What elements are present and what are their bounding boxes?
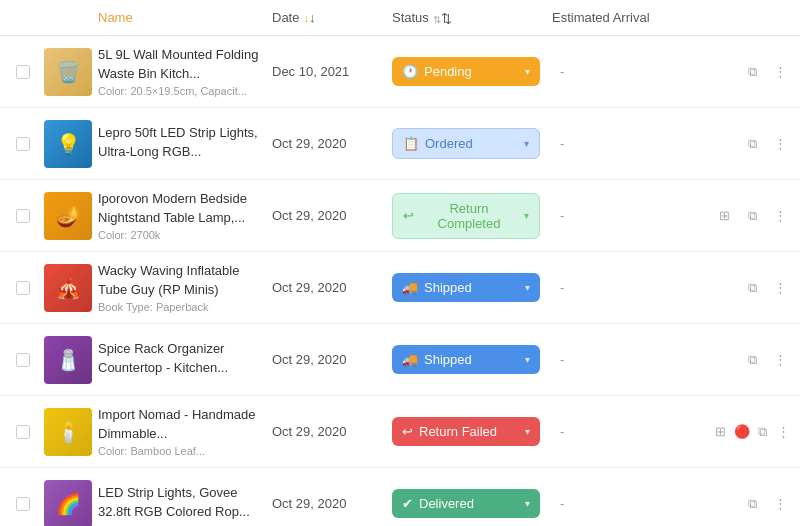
row-checkbox[interactable]	[16, 497, 30, 511]
row-checkbox[interactable]	[16, 209, 30, 223]
table-row: 💡 Lepro 50ft LED Strip Lights, Ultra-Lon…	[0, 108, 800, 180]
status-cell: 🕐 Pending ▾	[392, 57, 552, 86]
row-checkbox-cell	[8, 65, 38, 79]
product-image-cell: 🎪	[38, 264, 98, 312]
product-info: LED Strip Lights, Govee 32.8ft RGB Color…	[98, 484, 272, 522]
copy-icon[interactable]: ⧉	[740, 492, 764, 516]
product-image: 🕯️	[44, 408, 92, 456]
copy-icon[interactable]: ⧉	[740, 276, 764, 300]
product-image: 🗑️	[44, 48, 92, 96]
status-label: Shipped	[424, 352, 472, 367]
status-cell: ↩ Return Failed ▾	[392, 417, 552, 446]
product-image-icon: 🕯️	[56, 420, 81, 444]
product-info: Iporovon Modern Bedside Nightstand Table…	[98, 190, 272, 240]
order-date: Oct 29, 2020	[272, 424, 392, 439]
name-col-label: Name	[98, 10, 133, 25]
header-arrival-col: Estimated Arrival	[552, 10, 712, 25]
status-icon: 🚚	[402, 352, 418, 367]
expand-icon[interactable]: ⊞	[712, 420, 729, 444]
row-checkbox[interactable]	[16, 425, 30, 439]
more-options-icon[interactable]: ⋮	[768, 60, 792, 84]
order-date: Dec 10, 2021	[272, 64, 392, 79]
status-cell: ✔ Delivered ▾	[392, 489, 552, 518]
more-options-icon[interactable]: ⋮	[768, 348, 792, 372]
order-date: Oct 29, 2020	[272, 496, 392, 511]
copy-icon[interactable]: ⧉	[740, 60, 764, 84]
product-image: 🎪	[44, 264, 92, 312]
product-name: LED Strip Lights, Govee 32.8ft RGB Color…	[98, 484, 264, 520]
actions-cell: ⧉ ⋮	[712, 276, 792, 300]
product-image: 🪔	[44, 192, 92, 240]
header-name-col: Name	[98, 10, 272, 25]
copy-icon[interactable]: ⧉	[740, 132, 764, 156]
product-image-icon: 🌈	[56, 492, 81, 516]
chevron-down-icon: ▾	[525, 498, 530, 509]
status-label: Pending	[424, 64, 472, 79]
status-icon: 🕐	[402, 64, 418, 79]
more-options-icon[interactable]: ⋮	[768, 492, 792, 516]
chevron-down-icon: ▾	[525, 354, 530, 365]
row-checkbox-cell	[8, 425, 38, 439]
product-name: Iporovon Modern Bedside Nightstand Table…	[98, 190, 264, 226]
estimated-arrival: -	[552, 280, 712, 295]
product-image-cell: 💡	[38, 120, 98, 168]
status-dropdown[interactable]: 🕐 Pending ▾	[392, 57, 540, 86]
status-icon: ↩	[403, 208, 414, 223]
product-name: 5L 9L Wall Mounted Folding Waste Bin Kit…	[98, 46, 264, 82]
expand-icon[interactable]: ⊞	[712, 204, 736, 228]
orders-table: Name Date ↓ Status ⇅ Estimated Arrival 🗑…	[0, 0, 800, 526]
alert-icon[interactable]: 🔴	[733, 420, 750, 444]
status-label: Ordered	[425, 136, 473, 151]
copy-icon[interactable]: ⧉	[740, 204, 764, 228]
product-meta: Book Type: Paperback	[98, 301, 264, 313]
more-options-icon[interactable]: ⋮	[775, 420, 792, 444]
actions-cell: ⊞ 🔴 ⧉ ⋮	[712, 420, 792, 444]
estimated-arrival: -	[552, 208, 712, 223]
table-row: 🗑️ 5L 9L Wall Mounted Folding Waste Bin …	[0, 36, 800, 108]
estimated-arrival: -	[552, 136, 712, 151]
product-name: Spice Rack Organizer Countertop - Kitche…	[98, 340, 264, 376]
product-info: Lepro 50ft LED Strip Lights, Ultra-Long …	[98, 124, 272, 162]
row-checkbox-cell	[8, 137, 38, 151]
product-image-icon: 💡	[56, 132, 81, 156]
status-icon: ✔	[402, 496, 413, 511]
product-info: Spice Rack Organizer Countertop - Kitche…	[98, 340, 272, 378]
table-row: 🧂 Spice Rack Organizer Countertop - Kitc…	[0, 324, 800, 396]
chevron-down-icon: ▾	[524, 138, 529, 149]
product-meta: Color: Bamboo Leaf...	[98, 445, 264, 457]
status-label: Delivered	[419, 496, 474, 511]
more-options-icon[interactable]: ⋮	[768, 132, 792, 156]
row-checkbox[interactable]	[16, 281, 30, 295]
table-header: Name Date ↓ Status ⇅ Estimated Arrival	[0, 0, 800, 36]
product-image: 🌈	[44, 480, 92, 527]
product-image-icon: 🗑️	[56, 60, 81, 84]
product-image-cell: 🌈	[38, 480, 98, 527]
more-options-icon[interactable]: ⋮	[768, 276, 792, 300]
product-info: 5L 9L Wall Mounted Folding Waste Bin Kit…	[98, 46, 272, 96]
status-dropdown[interactable]: 📋 Ordered ▾	[392, 128, 540, 159]
chevron-down-icon: ▾	[525, 282, 530, 293]
row-checkbox-cell	[8, 353, 38, 367]
header-date-col[interactable]: Date ↓	[272, 10, 392, 25]
status-icon: 🚚	[402, 280, 418, 295]
row-checkbox[interactable]	[16, 353, 30, 367]
status-dropdown[interactable]: 🚚 Shipped ▾	[392, 273, 540, 302]
copy-icon[interactable]: ⧉	[740, 348, 764, 372]
status-dropdown[interactable]: 🚚 Shipped ▾	[392, 345, 540, 374]
row-checkbox[interactable]	[16, 137, 30, 151]
status-label: Return Failed	[419, 424, 497, 439]
status-dropdown[interactable]: ↩ Return Failed ▾	[392, 417, 540, 446]
product-image-cell: 🕯️	[38, 408, 98, 456]
status-label: Return Completed	[420, 201, 518, 231]
actions-cell: ⊞ ⧉ ⋮	[712, 204, 792, 228]
product-image-icon: 🎪	[56, 276, 81, 300]
row-checkbox-cell	[8, 281, 38, 295]
date-sort-icon: ↓	[303, 10, 315, 25]
copy-icon[interactable]: ⧉	[754, 420, 771, 444]
header-status-col[interactable]: Status ⇅	[392, 10, 552, 25]
status-dropdown[interactable]: ↩ Return Completed ▾	[392, 193, 540, 239]
chevron-down-icon: ▾	[524, 210, 529, 221]
row-checkbox[interactable]	[16, 65, 30, 79]
status-dropdown[interactable]: ✔ Delivered ▾	[392, 489, 540, 518]
more-options-icon[interactable]: ⋮	[768, 204, 792, 228]
